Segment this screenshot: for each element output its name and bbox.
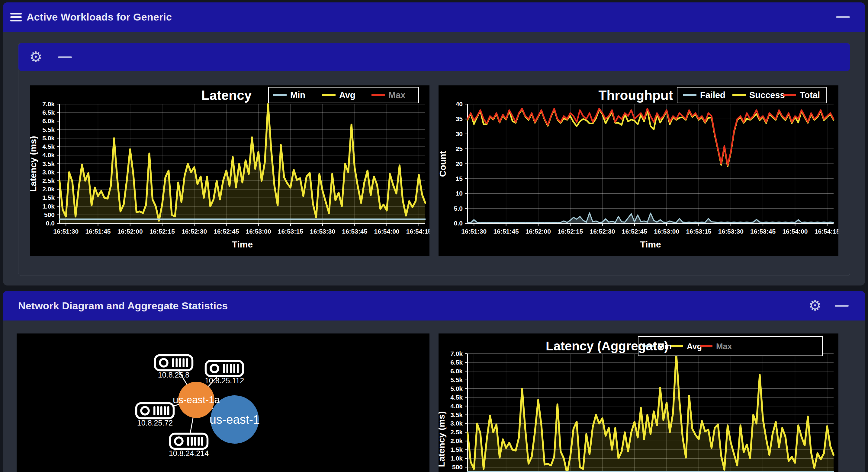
- y-tick-label: 5.5k: [450, 376, 463, 383]
- y-tick-label: 2.5k: [42, 177, 55, 184]
- y-tick-label: 6.0k: [450, 368, 463, 374]
- y-tick-label: 500: [452, 464, 463, 471]
- svg-text:Success: Success: [749, 90, 785, 100]
- y-tick-label: 2.5k: [450, 429, 463, 436]
- workloads-window-header: Active Workloads for Generic: [3, 2, 865, 32]
- chart-title: Latency: [202, 88, 252, 103]
- svg-text:Total: Total: [800, 90, 820, 100]
- y-tick-label: 0.0: [454, 220, 463, 227]
- network-stats-window: Network Diagram and Aggregate Statistics…: [3, 291, 865, 472]
- y-tick-label: 1.0k: [450, 455, 463, 462]
- series-success-line: [467, 109, 834, 167]
- x-tick-label: 16:52:45: [622, 228, 647, 235]
- y-tick-label: 2.0k: [42, 186, 55, 193]
- y-tick-label: 3.5k: [450, 411, 463, 418]
- y-tick-label: 4.5k: [450, 394, 463, 401]
- minimize-window-button[interactable]: [835, 305, 849, 307]
- y-tick-label: 3.0k: [42, 169, 55, 176]
- node-10.8.25.112[interactable]: 10.8.25.112: [205, 361, 244, 385]
- x-tick-label: 16:51:45: [494, 228, 519, 235]
- y-tick-label: 1.5k: [42, 194, 55, 201]
- x-tick-label: 16:52:15: [558, 228, 583, 235]
- y-tick-label: 6.0k: [42, 117, 55, 124]
- node-label: 10.8.25.112: [205, 376, 244, 385]
- workloads-window: Active Workloads for Generic ⚙ 16:51:301…: [3, 2, 865, 285]
- x-tick-label: 16:54:00: [782, 228, 808, 235]
- y-tick-label: 5.0k: [450, 385, 463, 392]
- y-tick-label: 7.0k: [450, 350, 463, 357]
- y-tick-label: 35: [456, 115, 463, 122]
- x-tick-label: 16:51:30: [53, 228, 79, 235]
- y-tick-label: 4.0k: [450, 403, 463, 409]
- svg-text:Avg: Avg: [339, 90, 355, 100]
- network-stats-window-title: Network Diagram and Aggregate Statistics: [18, 300, 228, 312]
- x-tick-label: 16:53:45: [342, 228, 367, 235]
- workloads-window-title: Active Workloads for Generic: [27, 11, 172, 23]
- node-label: 10.8.25.8: [158, 371, 189, 379]
- y-tick-label: 30: [456, 130, 463, 137]
- x-tick-label: 16:53:00: [246, 228, 271, 235]
- y-tick-label: 1.5k: [450, 446, 463, 453]
- node-10.8.25.72[interactable]: 10.8.25.72: [136, 403, 174, 427]
- latency-svg: 16:51:3016:51:4516:52:0016:52:1516:52:30…: [30, 86, 430, 256]
- x-tick-label: 16:54:15: [406, 228, 430, 235]
- latency-chart[interactable]: 16:51:3016:51:4516:52:0016:52:1516:52:30…: [30, 86, 430, 256]
- y-tick-label: 1.0k: [42, 203, 55, 210]
- y-axis-label: Latency (ms): [438, 411, 446, 467]
- gear-icon[interactable]: ⚙: [808, 299, 822, 313]
- svg-text:Max: Max: [389, 90, 405, 100]
- x-tick-label: 16:53:15: [278, 228, 303, 235]
- svg-text:Avg: Avg: [687, 342, 702, 351]
- y-tick-label: 10: [456, 190, 463, 197]
- minimize-window-button[interactable]: [836, 16, 850, 18]
- network-stats-window-header: Network Diagram and Aggregate Statistics…: [3, 291, 865, 321]
- y-tick-label: 4.5k: [42, 143, 55, 150]
- latency-aggregate-chart[interactable]: 16:51:3016:51:4516:52:0016:52:1516:52:30…: [438, 334, 838, 472]
- y-tick-label: 6.5k: [450, 359, 463, 366]
- y-axis-label: Count: [438, 151, 447, 177]
- y-tick-label: 3.0k: [450, 420, 463, 427]
- hamburger-icon[interactable]: [10, 13, 22, 22]
- throughput-chart[interactable]: 16:51:3016:51:4516:52:0016:52:1516:52:30…: [438, 86, 838, 256]
- minimize-widget-button[interactable]: [58, 57, 72, 58]
- y-tick-label: 15: [456, 175, 463, 182]
- x-tick-label: 16:53:45: [750, 228, 776, 235]
- node-label: 10.8.24.214: [169, 449, 209, 458]
- network-topology-diagram[interactable]: us-east-1us-east-1a10.8.25.810.8.25.1121…: [17, 334, 430, 472]
- y-tick-label: 500: [44, 211, 55, 218]
- x-tick-label: 16:51:45: [85, 228, 111, 235]
- x-tick-label: 16:52:30: [182, 228, 207, 235]
- y-tick-label: 5.0k: [42, 135, 55, 141]
- x-axis-label: Time: [640, 239, 661, 249]
- node-label: us-east-1a: [173, 394, 220, 405]
- x-tick-label: 16:54:00: [374, 228, 399, 235]
- x-tick-label: 16:53:30: [718, 228, 744, 235]
- chart-title: Latency (Aggregate): [546, 339, 669, 353]
- y-tick-label: 6.5k: [42, 109, 55, 116]
- y-tick-label: 4.0k: [42, 151, 55, 159]
- node-label: us-east-1: [210, 413, 260, 426]
- x-tick-label: 16:53:30: [310, 228, 335, 235]
- chart-title: Throughput: [598, 88, 673, 103]
- throughput-svg: 16:51:3016:51:4516:52:0016:52:1516:52:30…: [438, 86, 838, 256]
- x-tick-label: 16:52:00: [526, 228, 551, 235]
- x-tick-label: 16:52:30: [590, 228, 615, 235]
- y-tick-label: 20: [456, 160, 463, 167]
- latency-aggregate-svg: 16:51:3016:51:4516:52:0016:52:1516:52:30…: [438, 334, 838, 472]
- y-axis-label: Latency (ms): [30, 136, 38, 192]
- y-tick-label: 3.5k: [42, 160, 55, 167]
- node-10.8.25.8[interactable]: 10.8.25.8: [155, 355, 192, 379]
- y-tick-label: 5.5k: [42, 126, 55, 133]
- x-axis-label: Time: [232, 239, 253, 249]
- x-tick-label: 16:52:45: [214, 228, 239, 235]
- svg-text:Max: Max: [716, 342, 732, 351]
- y-tick-label: 40: [456, 101, 463, 107]
- y-tick-label: 7.0k: [42, 101, 55, 107]
- x-tick-label: 16:52:15: [150, 228, 175, 235]
- series-total-line: [467, 109, 834, 165]
- x-tick-label: 16:54:15: [814, 228, 838, 235]
- x-tick-label: 16:53:00: [654, 228, 679, 235]
- y-tick-label: 5.0: [454, 205, 463, 212]
- node-10.8.24.214[interactable]: 10.8.24.214: [169, 434, 209, 458]
- gear-icon[interactable]: ⚙: [29, 50, 42, 64]
